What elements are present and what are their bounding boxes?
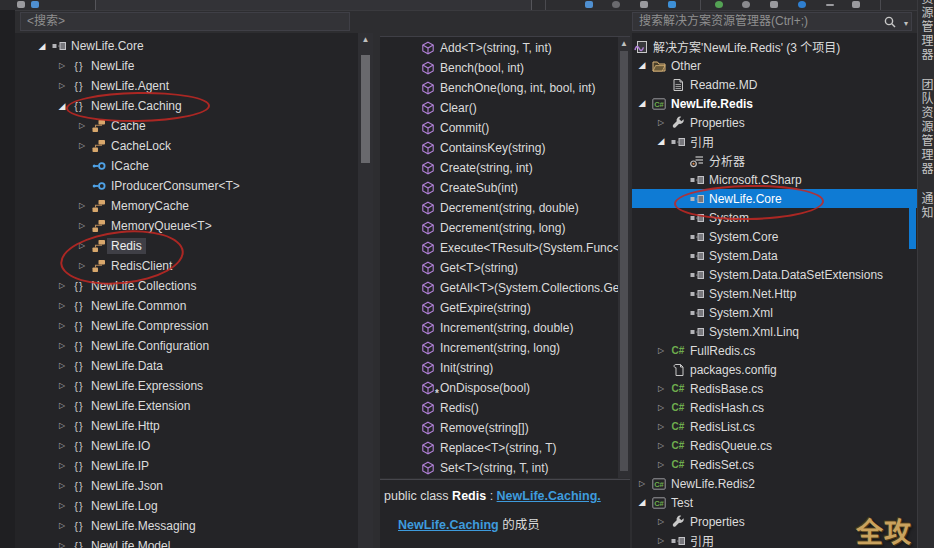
toolbar-icon-stub[interactable] xyxy=(585,1,593,8)
class-view-search-input[interactable]: <搜索> xyxy=(20,12,350,31)
class-view-item-NewLife.Agent[interactable]: ▷{}NewLife.Agent xyxy=(15,76,360,96)
solution-item-System.Net.Http[interactable]: System.Net.Http xyxy=(632,284,917,303)
class-view-item-NewLife.Common[interactable]: ▷{}NewLife.Common xyxy=(15,296,360,316)
solution-item-Other[interactable]: ◢Other xyxy=(632,56,917,75)
member-item-Decrement(string,-long)[interactable]: Decrement(string, long) xyxy=(380,218,630,238)
class-view-item-Cache[interactable]: ▷Cache xyxy=(15,116,360,136)
base-type-link[interactable]: NewLife.Caching. xyxy=(497,489,601,503)
member-item-CreateSub(int)[interactable]: CreateSub(int) xyxy=(380,178,630,198)
expander-expanded-icon[interactable]: ◢ xyxy=(633,99,651,108)
solution-item-System.Data[interactable]: System.Data xyxy=(632,246,917,265)
search-icon[interactable] xyxy=(883,15,897,31)
toolbar-icon-stub[interactable] xyxy=(798,1,806,8)
solution-item-引用[interactable]: ◢引用 xyxy=(632,132,917,151)
expander-collapsed-icon[interactable]: ▷ xyxy=(652,385,670,393)
class-view-item-ICache[interactable]: ICache xyxy=(15,156,360,176)
toolbar-icon-stub[interactable] xyxy=(31,1,39,8)
class-view-item-NewLife.Configuration[interactable]: ▷{}NewLife.Configuration xyxy=(15,336,360,356)
expander-collapsed-icon[interactable]: ▷ xyxy=(53,462,71,470)
class-view-item-NewLife.IP[interactable]: ▷{}NewLife.IP xyxy=(15,456,360,476)
expander-collapsed-icon[interactable]: ▷ xyxy=(53,402,71,410)
member-item-Get<T>(string)[interactable]: Get<T>(string) xyxy=(380,258,630,278)
expander-collapsed-icon[interactable]: ▷ xyxy=(53,522,71,530)
toolbar-icon-stub[interactable] xyxy=(17,1,25,8)
solution-item-RedisQueue.cs[interactable]: ▷C#RedisQueue.cs xyxy=(632,436,917,455)
solution-item-RedisSet.cs[interactable]: ▷C#RedisSet.cs xyxy=(632,455,917,474)
expander-collapsed-icon[interactable]: ▷ xyxy=(652,119,670,127)
class-view-item-NewLife.Model[interactable]: ▷{}NewLife.Model xyxy=(15,536,360,548)
expander-collapsed-icon[interactable]: ▷ xyxy=(53,322,71,330)
expander-collapsed-icon[interactable]: ▷ xyxy=(53,302,71,310)
solution-item-解决方案'NewLife.Redis'-(3-个项目)[interactable]: 解决方案'NewLife.Redis' (3 个项目) xyxy=(632,37,917,56)
solution-item-NewLife.Redis2[interactable]: ▷C#NewLife.Redis2 xyxy=(632,474,917,493)
member-item-Increment(string,-double)[interactable]: Increment(string, double) xyxy=(380,318,630,338)
class-view-scrollbar[interactable]: ▲ xyxy=(358,33,373,548)
toolbar-icon-stub[interactable] xyxy=(715,1,723,8)
expander-collapsed-icon[interactable]: ▷ xyxy=(73,122,91,130)
member-item-BenchOne(long,-int,-bool,-int)[interactable]: BenchOne(long, int, bool, int) xyxy=(380,78,630,98)
class-view-item-NewLife[interactable]: ▷{}NewLife xyxy=(15,56,360,76)
solution-item-Properties[interactable]: ▷Properties xyxy=(632,113,917,132)
solution-item-System.Data.DataSetExtensions[interactable]: System.Data.DataSetExtensions xyxy=(632,265,917,284)
class-view-item-NewLife.Core[interactable]: ◢NewLife.Core xyxy=(15,36,360,56)
expander-collapsed-icon[interactable]: ▷ xyxy=(633,480,651,488)
toolbar-icon-stub[interactable] xyxy=(640,1,648,8)
toolbar-refresh-icon[interactable] xyxy=(742,1,750,8)
solution-item-RedisBase.cs[interactable]: ▷C#RedisBase.cs xyxy=(632,379,917,398)
browse-scope-combobox[interactable] xyxy=(95,0,532,11)
expander-collapsed-icon[interactable]: ▷ xyxy=(652,423,670,431)
expander-collapsed-icon[interactable]: ▷ xyxy=(73,202,91,210)
expander-collapsed-icon[interactable]: ▷ xyxy=(53,502,71,510)
solution-explorer-search-input[interactable]: 搜索解决方案资源管理器(Ctrl+;) ▾ xyxy=(632,12,912,31)
expander-collapsed-icon[interactable]: ▷ xyxy=(53,442,71,450)
expander-collapsed-icon[interactable]: ▷ xyxy=(53,342,71,350)
class-view-item-MemoryCache[interactable]: ▷MemoryCache xyxy=(15,196,360,216)
expander-collapsed-icon[interactable]: ▷ xyxy=(53,82,71,90)
member-item-Remove(string[])[interactable]: Remove(string[]) xyxy=(380,418,630,438)
expander-collapsed-icon[interactable]: ▷ xyxy=(53,282,71,290)
toolbar-icon-stub[interactable] xyxy=(612,1,620,8)
tab-team-explorer[interactable]: 团队资源管理器 xyxy=(918,78,934,176)
namespace-link[interactable]: NewLife.Caching xyxy=(398,518,499,532)
member-item-Redis()[interactable]: Redis() xyxy=(380,398,630,418)
class-view-item-NewLife.IO[interactable]: ▷{}NewLife.IO xyxy=(15,436,360,456)
solution-explorer-scrollbar-thumb[interactable] xyxy=(909,191,916,249)
tab-notifications[interactable]: 通知 xyxy=(918,192,934,220)
tab-solution-explorer[interactable]: 资源管理器 xyxy=(918,0,934,62)
expander-collapsed-icon[interactable]: ▷ xyxy=(53,362,71,370)
solution-item-System.Xml[interactable]: System.Xml xyxy=(632,303,917,322)
expander-expanded-icon[interactable]: ◢ xyxy=(633,498,651,507)
expander-collapsed-icon[interactable]: ▷ xyxy=(53,62,71,70)
expander-collapsed-icon[interactable]: ▷ xyxy=(73,142,91,150)
class-view-item-NewLife.Json[interactable]: ▷{}NewLife.Json xyxy=(15,476,360,496)
member-item-OnDispose(bool)[interactable]: *OnDispose(bool) xyxy=(380,378,630,398)
toolbar-icon-stub[interactable] xyxy=(770,1,778,8)
expander-collapsed-icon[interactable]: ▷ xyxy=(53,482,71,490)
solution-item-分析器[interactable]: 分析器 xyxy=(632,151,917,170)
scrollbar-thumb[interactable] xyxy=(620,51,628,471)
scrollbar-thumb[interactable] xyxy=(361,55,370,163)
toolbar-icon-stub[interactable] xyxy=(852,1,860,8)
expander-collapsed-icon[interactable]: ▷ xyxy=(53,382,71,390)
expander-collapsed-icon[interactable]: ▷ xyxy=(53,542,71,548)
member-item-Add<T>(string,-T,-int)[interactable]: Add<T>(string, T, int) xyxy=(380,38,630,58)
solution-item-System.Xml.Linq[interactable]: System.Xml.Linq xyxy=(632,322,917,341)
members-scrollbar[interactable]: ▲ xyxy=(618,37,630,478)
member-item-Increment(string,-long)[interactable]: Increment(string, long) xyxy=(380,338,630,358)
scrollbar-up-arrow-icon[interactable]: ▲ xyxy=(358,35,373,44)
member-item-Commit()[interactable]: Commit() xyxy=(380,118,630,138)
scrollbar-up-arrow-icon[interactable]: ▲ xyxy=(618,39,630,48)
solution-item-packages.config[interactable]: packages.config xyxy=(632,360,917,379)
class-view-item-NewLife.Data[interactable]: ▷{}NewLife.Data xyxy=(15,356,360,376)
solution-item-RedisHash.cs[interactable]: ▷C#RedisHash.cs xyxy=(632,398,917,417)
member-item-GetAll<T>(System.Collections.Gene[interactable]: GetAll<T>(System.Collections.Gene xyxy=(380,278,630,298)
class-view-item-MemoryQueue<T>[interactable]: ▷MemoryQueue<T> xyxy=(15,216,360,236)
member-item-GetExpire(string)[interactable]: GetExpire(string) xyxy=(380,298,630,318)
member-item-Decrement(string,-double)[interactable]: Decrement(string, double) xyxy=(380,198,630,218)
expander-collapsed-icon[interactable]: ▷ xyxy=(652,404,670,412)
member-item-Execute<TResult>(System.Func<Ne[interactable]: Execute<TResult>(System.Func<Ne xyxy=(380,238,630,258)
solution-item-Test[interactable]: ◢C#Test xyxy=(632,493,917,512)
expander-collapsed-icon[interactable]: ▷ xyxy=(652,518,670,526)
class-view-item-IProducerConsumer<T>[interactable]: IProducerConsumer<T> xyxy=(15,176,360,196)
solution-item-RedisList.cs[interactable]: ▷C#RedisList.cs xyxy=(632,417,917,436)
